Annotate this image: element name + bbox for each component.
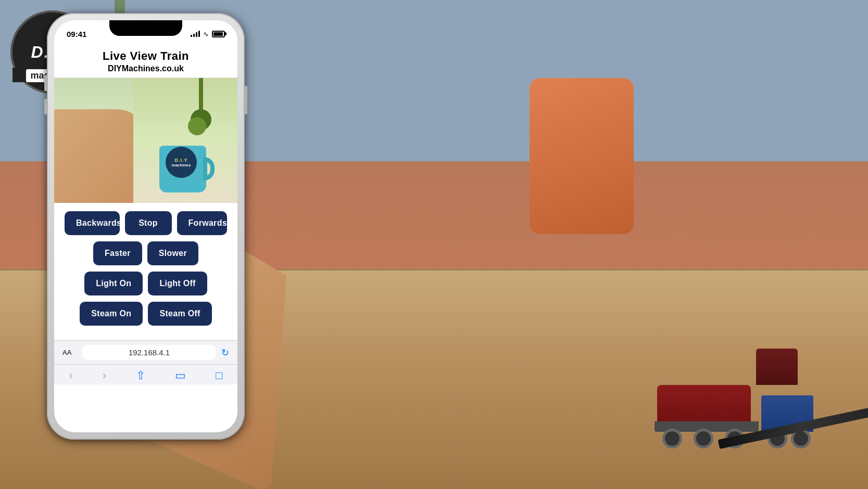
speed-row: Faster Slower [65,241,227,265]
light-on-button[interactable]: Light On [84,272,143,295]
direction-row: Backwards Stop Forwards [65,211,227,235]
signal-icon [191,31,200,37]
power-button [245,86,247,114]
app-title: Live View Train [54,49,237,63]
orange-pillow [530,78,634,234]
safari-aa-button[interactable]: AA [62,349,77,356]
stop-button[interactable]: Stop [125,211,172,235]
safari-forward-icon[interactable]: › [103,369,106,382]
backwards-button[interactable]: Backwards [65,211,120,235]
safari-tabs-icon[interactable]: □ [216,369,222,382]
app-subtitle: DIYMachines.co.uk [54,64,237,73]
forwards-button[interactable]: Forwards [177,211,228,235]
train-toy [652,338,819,453]
faster-button[interactable]: Faster [93,241,142,265]
wifi-icon: ∿ [203,30,209,38]
status-time: 09:41 [67,30,86,38]
camera-mug: D.I.Y machines [159,135,211,192]
light-row: Light On Light Off [65,272,227,295]
safari-address-bar[interactable]: AA ↻ [54,340,237,364]
battery-icon [212,31,225,37]
steam-on-button[interactable]: Steam On [80,302,143,326]
camera-view: D.I.Y machines [54,78,237,203]
app-header: Live View Train DIYMachines.co.uk [54,43,237,78]
light-off-button[interactable]: Light Off [148,272,207,295]
phone-screen: 09:41 ∿ Live View Train DIYMachi [54,20,237,432]
volume-down-button [44,99,47,114]
phone-frame: 09:41 ∿ Live View Train DIYMachi [47,13,245,440]
safari-url-input[interactable] [82,345,216,360]
controls-area: Backwards Stop Forwards Faster Slower Li… [54,203,237,340]
safari-share-icon[interactable]: ⇧ [136,369,145,382]
safari-bookmarks-icon[interactable]: ▭ [175,369,186,382]
mug-logo: D.I.Y machines [166,147,200,178]
status-icons: ∿ [191,30,225,38]
slower-button[interactable]: Slower [147,241,198,265]
volume-up-button [44,75,47,91]
steam-off-button[interactable]: Steam Off [148,302,211,326]
safari-toolbar: ‹ › ⇧ ▭ □ [54,364,237,384]
steam-row: Steam On Steam Off [65,302,227,326]
phone-notch [109,20,182,36]
safari-reload-button[interactable]: ↻ [221,347,229,358]
safari-back-icon[interactable]: ‹ [69,369,73,382]
